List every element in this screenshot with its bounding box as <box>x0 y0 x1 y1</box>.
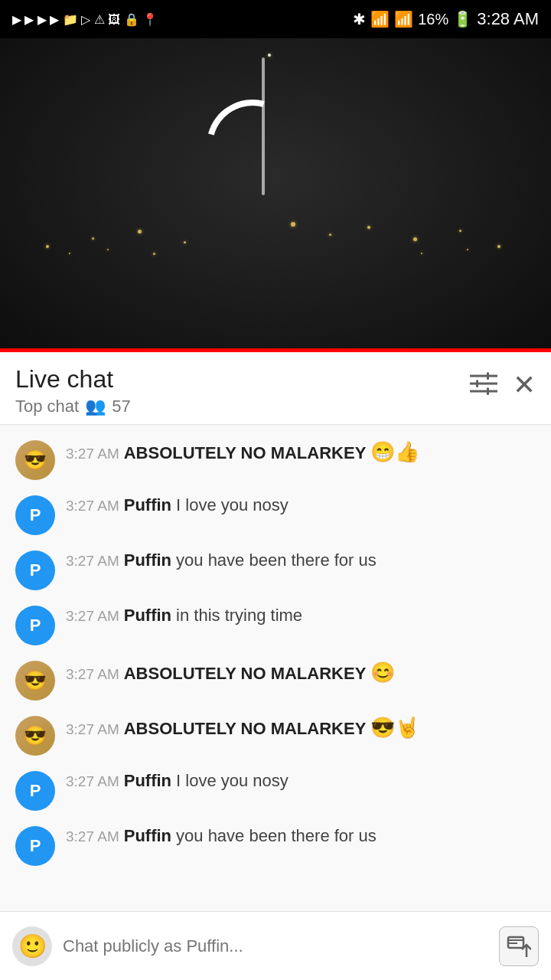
chat-messages-list[interactable]: 😎 3:27 AM ABSOLUTELY NO MALARKEY 😁👍 P 3:… <box>0 425 551 911</box>
live-chat-panel: Live chat Top chat 👥 57 ✕ <box>0 352 551 980</box>
light-dot <box>268 54 271 57</box>
people-icon: 👥 <box>85 397 106 416</box>
chat-header-info: Live chat Top chat 👥 57 <box>15 364 131 416</box>
message-text: in this trying time <box>176 606 302 626</box>
video-background <box>0 0 551 352</box>
message-content: 3:27 AM Puffin you have been there for u… <box>66 826 536 846</box>
message-time: 3:27 AM <box>66 773 119 790</box>
avatar: P <box>15 771 55 811</box>
message-content: 3:27 AM Puffin I love you nosy <box>66 495 536 515</box>
message-content: 3:27 AM Puffin in this trying time <box>66 606 536 626</box>
chat-input[interactable] <box>63 936 488 956</box>
light-dot <box>497 245 500 248</box>
light-dot <box>329 234 331 236</box>
battery-icon: 🔋 <box>453 10 472 28</box>
message-author: ABSOLUTELY NO MALARKEY <box>124 664 367 684</box>
light-dot <box>69 253 70 254</box>
light-dot <box>291 222 295 227</box>
light-dot <box>153 253 155 255</box>
status-icons-right: ✱ 📶 📶 16% 🔋 3:28 AM <box>353 9 539 29</box>
chat-title: Live chat <box>15 364 131 394</box>
message-content: 3:27 AM ABSOLUTELY NO MALARKEY 😎🤘 <box>66 716 536 740</box>
chat-header: Live chat Top chat 👥 57 ✕ <box>0 352 551 425</box>
message-time: 3:27 AM <box>66 498 119 514</box>
bluetooth-icon: ✱ <box>353 10 366 28</box>
chat-subtitle: Top chat 👥 57 <box>15 397 131 416</box>
notification-icons: ▶ ▶ ▶ ▶ 📁 ▷ ⚠ 🖼 🔒 📍 <box>12 12 158 27</box>
avatar: 😎 <box>15 440 55 480</box>
message-author: Puffin <box>124 826 171 846</box>
message-content: 3:27 AM ABSOLUTELY NO MALARKEY 😊 <box>66 661 536 684</box>
message-time: 3:27 AM <box>66 446 119 462</box>
svg-rect-4 <box>476 380 478 387</box>
light-dot <box>413 237 417 241</box>
message-content: 3:27 AM Puffin I love you nosy <box>66 771 536 791</box>
message-time: 3:27 AM <box>66 721 119 738</box>
avatar: P <box>15 606 55 645</box>
message-row: P 3:27 AM Puffin you have been there for… <box>0 818 551 874</box>
message-content: 3:27 AM Puffin you have been there for u… <box>66 550 536 570</box>
top-chat-label[interactable]: Top chat <box>15 397 79 416</box>
message-content: 3:27 AM ABSOLUTELY NO MALARKEY 😁👍 <box>66 440 536 464</box>
status-time: 3:28 AM <box>477 9 539 29</box>
light-dot <box>367 226 370 229</box>
message-text: you have been there for us <box>176 826 377 846</box>
smiley-icon: 🙂 <box>18 933 47 959</box>
message-row: P 3:27 AM Puffin I love you nosy <box>0 488 551 543</box>
battery-level: 16% <box>418 11 448 28</box>
message-author: Puffin <box>124 495 171 515</box>
light-dot <box>421 253 422 254</box>
signal-icon: 📶 <box>394 10 413 28</box>
svg-rect-3 <box>487 372 489 380</box>
chat-input-bar: 🙂 <box>0 911 551 980</box>
loading-indicator <box>190 83 315 208</box>
message-emoji: 😎🤘 <box>370 716 419 740</box>
message-author: Puffin <box>124 771 171 791</box>
message-time: 3:27 AM <box>66 828 119 845</box>
light-dot <box>107 249 109 250</box>
message-row: 😎 3:27 AM ABSOLUTELY NO MALARKEY 😁👍 <box>0 433 551 488</box>
message-row: P 3:27 AM Puffin in this trying time <box>0 598 551 653</box>
light-dot <box>184 241 186 243</box>
close-chat-button[interactable]: ✕ <box>513 369 536 401</box>
message-time: 3:27 AM <box>66 608 119 625</box>
svg-rect-5 <box>487 387 489 395</box>
avatar: 😎 <box>15 716 55 756</box>
message-author: ABSOLUTELY NO MALARKEY <box>124 443 367 463</box>
video-player[interactable] <box>0 0 551 352</box>
light-dot <box>459 230 461 232</box>
filter-button[interactable] <box>470 371 497 399</box>
viewer-count: 57 <box>112 397 130 416</box>
wifi-icon: 📶 <box>370 10 390 28</box>
light-dot <box>467 249 468 250</box>
avatar: 😎 <box>15 661 55 701</box>
message-row: P 3:27 AM Puffin I love you nosy <box>0 763 551 818</box>
light-dot <box>46 245 49 248</box>
message-text: I love you nosy <box>176 495 289 515</box>
avatar: P <box>15 550 55 590</box>
avatar: P <box>15 495 55 535</box>
message-text: I love you nosy <box>176 771 289 791</box>
message-time: 3:27 AM <box>66 666 119 683</box>
message-time: 3:27 AM <box>66 553 119 570</box>
status-icons-left: ▶ ▶ ▶ ▶ 📁 ▷ ⚠ 🖼 🔒 📍 <box>12 12 158 27</box>
light-dot <box>92 237 94 240</box>
message-author: Puffin <box>124 606 171 626</box>
message-text: you have been there for us <box>176 550 377 570</box>
light-dot <box>138 230 142 234</box>
send-message-button[interactable] <box>499 926 539 966</box>
message-row: P 3:27 AM Puffin you have been there for… <box>0 543 551 598</box>
message-author: Puffin <box>124 550 171 570</box>
status-bar: ▶ ▶ ▶ ▶ 📁 ▷ ⚠ 🖼 🔒 📍 ✱ 📶 📶 16% 🔋 3:28 AM <box>0 0 551 38</box>
chat-header-controls: ✕ <box>470 369 536 401</box>
message-author: ABSOLUTELY NO MALARKEY <box>124 719 367 739</box>
message-emoji: 😊 <box>370 661 395 684</box>
message-row: 😎 3:27 AM ABSOLUTELY NO MALARKEY 😊 <box>0 653 551 708</box>
emoji-picker-button[interactable]: 🙂 <box>12 926 52 966</box>
avatar: P <box>15 826 55 866</box>
message-emoji: 😁👍 <box>370 440 419 464</box>
message-row: 😎 3:27 AM ABSOLUTELY NO MALARKEY 😎🤘 <box>0 708 551 763</box>
